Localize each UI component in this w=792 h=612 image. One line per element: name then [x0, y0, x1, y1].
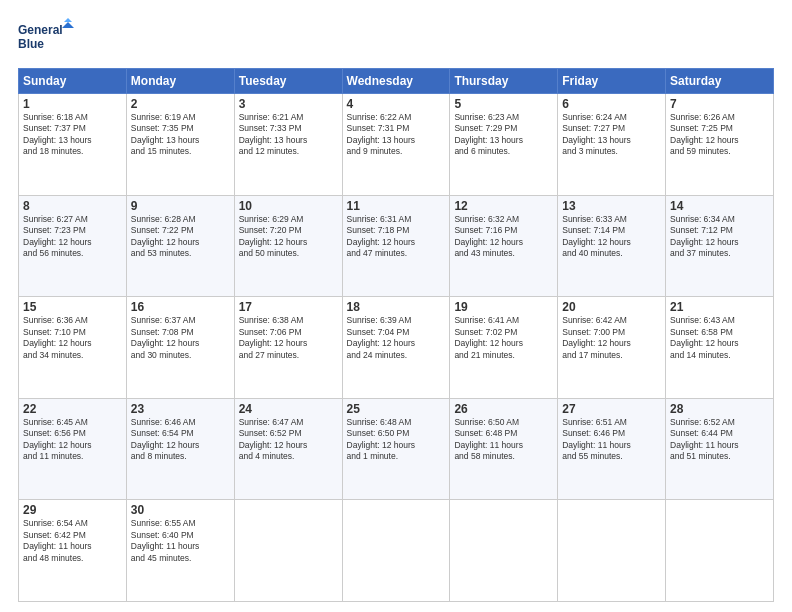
calendar-cell: 14Sunrise: 6:34 AMSunset: 7:12 PMDayligh…: [666, 195, 774, 297]
day-info: Sunrise: 6:52 AMSunset: 6:44 PMDaylight:…: [670, 417, 769, 463]
calendar-cell: 3Sunrise: 6:21 AMSunset: 7:33 PMDaylight…: [234, 94, 342, 196]
day-number: 6: [562, 97, 661, 111]
weekday-header-monday: Monday: [126, 69, 234, 94]
day-number: 12: [454, 199, 553, 213]
calendar-cell: 29Sunrise: 6:54 AMSunset: 6:42 PMDayligh…: [19, 500, 127, 602]
calendar-cell: 6Sunrise: 6:24 AMSunset: 7:27 PMDaylight…: [558, 94, 666, 196]
calendar-cell: 22Sunrise: 6:45 AMSunset: 6:56 PMDayligh…: [19, 398, 127, 500]
svg-marker-3: [62, 22, 74, 28]
calendar-cell: 23Sunrise: 6:46 AMSunset: 6:54 PMDayligh…: [126, 398, 234, 500]
day-number: 9: [131, 199, 230, 213]
weekday-header-wednesday: Wednesday: [342, 69, 450, 94]
day-number: 5: [454, 97, 553, 111]
day-number: 21: [670, 300, 769, 314]
day-info: Sunrise: 6:45 AMSunset: 6:56 PMDaylight:…: [23, 417, 122, 463]
calendar-cell: 17Sunrise: 6:38 AMSunset: 7:06 PMDayligh…: [234, 297, 342, 399]
day-info: Sunrise: 6:23 AMSunset: 7:29 PMDaylight:…: [454, 112, 553, 158]
calendar-cell: [666, 500, 774, 602]
weekday-header-friday: Friday: [558, 69, 666, 94]
day-info: Sunrise: 6:42 AMSunset: 7:00 PMDaylight:…: [562, 315, 661, 361]
day-info: Sunrise: 6:41 AMSunset: 7:02 PMDaylight:…: [454, 315, 553, 361]
day-number: 11: [347, 199, 446, 213]
svg-marker-2: [64, 18, 72, 22]
calendar-cell: 10Sunrise: 6:29 AMSunset: 7:20 PMDayligh…: [234, 195, 342, 297]
weekday-header-tuesday: Tuesday: [234, 69, 342, 94]
day-info: Sunrise: 6:43 AMSunset: 6:58 PMDaylight:…: [670, 315, 769, 361]
page: General Blue SundayMondayTuesdayWednesda…: [0, 0, 792, 612]
day-info: Sunrise: 6:27 AMSunset: 7:23 PMDaylight:…: [23, 214, 122, 260]
calendar-cell: 28Sunrise: 6:52 AMSunset: 6:44 PMDayligh…: [666, 398, 774, 500]
day-info: Sunrise: 6:39 AMSunset: 7:04 PMDaylight:…: [347, 315, 446, 361]
day-info: Sunrise: 6:46 AMSunset: 6:54 PMDaylight:…: [131, 417, 230, 463]
calendar-week-2: 8Sunrise: 6:27 AMSunset: 7:23 PMDaylight…: [19, 195, 774, 297]
day-number: 29: [23, 503, 122, 517]
day-number: 2: [131, 97, 230, 111]
calendar-week-1: 1Sunrise: 6:18 AMSunset: 7:37 PMDaylight…: [19, 94, 774, 196]
calendar-cell: 7Sunrise: 6:26 AMSunset: 7:25 PMDaylight…: [666, 94, 774, 196]
calendar-cell: 1Sunrise: 6:18 AMSunset: 7:37 PMDaylight…: [19, 94, 127, 196]
day-info: Sunrise: 6:22 AMSunset: 7:31 PMDaylight:…: [347, 112, 446, 158]
logo: General Blue: [18, 18, 78, 58]
calendar-cell: 20Sunrise: 6:42 AMSunset: 7:00 PMDayligh…: [558, 297, 666, 399]
weekday-header-thursday: Thursday: [450, 69, 558, 94]
svg-text:General: General: [18, 23, 63, 37]
day-number: 22: [23, 402, 122, 416]
day-info: Sunrise: 6:54 AMSunset: 6:42 PMDaylight:…: [23, 518, 122, 564]
calendar-cell: 13Sunrise: 6:33 AMSunset: 7:14 PMDayligh…: [558, 195, 666, 297]
day-info: Sunrise: 6:26 AMSunset: 7:25 PMDaylight:…: [670, 112, 769, 158]
day-info: Sunrise: 6:51 AMSunset: 6:46 PMDaylight:…: [562, 417, 661, 463]
day-number: 4: [347, 97, 446, 111]
calendar-cell: [234, 500, 342, 602]
day-info: Sunrise: 6:55 AMSunset: 6:40 PMDaylight:…: [131, 518, 230, 564]
day-number: 1: [23, 97, 122, 111]
day-number: 14: [670, 199, 769, 213]
day-number: 8: [23, 199, 122, 213]
day-number: 23: [131, 402, 230, 416]
calendar-cell: 11Sunrise: 6:31 AMSunset: 7:18 PMDayligh…: [342, 195, 450, 297]
day-info: Sunrise: 6:50 AMSunset: 6:48 PMDaylight:…: [454, 417, 553, 463]
calendar-week-4: 22Sunrise: 6:45 AMSunset: 6:56 PMDayligh…: [19, 398, 774, 500]
calendar-week-5: 29Sunrise: 6:54 AMSunset: 6:42 PMDayligh…: [19, 500, 774, 602]
day-info: Sunrise: 6:48 AMSunset: 6:50 PMDaylight:…: [347, 417, 446, 463]
calendar-cell: [558, 500, 666, 602]
day-info: Sunrise: 6:33 AMSunset: 7:14 PMDaylight:…: [562, 214, 661, 260]
calendar-cell: 15Sunrise: 6:36 AMSunset: 7:10 PMDayligh…: [19, 297, 127, 399]
calendar-cell: 30Sunrise: 6:55 AMSunset: 6:40 PMDayligh…: [126, 500, 234, 602]
day-number: 3: [239, 97, 338, 111]
day-number: 15: [23, 300, 122, 314]
calendar-cell: 27Sunrise: 6:51 AMSunset: 6:46 PMDayligh…: [558, 398, 666, 500]
day-number: 30: [131, 503, 230, 517]
day-number: 26: [454, 402, 553, 416]
day-info: Sunrise: 6:28 AMSunset: 7:22 PMDaylight:…: [131, 214, 230, 260]
calendar-cell: 24Sunrise: 6:47 AMSunset: 6:52 PMDayligh…: [234, 398, 342, 500]
day-number: 25: [347, 402, 446, 416]
day-info: Sunrise: 6:47 AMSunset: 6:52 PMDaylight:…: [239, 417, 338, 463]
calendar-cell: 2Sunrise: 6:19 AMSunset: 7:35 PMDaylight…: [126, 94, 234, 196]
calendar-cell: 18Sunrise: 6:39 AMSunset: 7:04 PMDayligh…: [342, 297, 450, 399]
day-number: 7: [670, 97, 769, 111]
day-number: 28: [670, 402, 769, 416]
day-number: 10: [239, 199, 338, 213]
day-number: 17: [239, 300, 338, 314]
calendar-cell: 19Sunrise: 6:41 AMSunset: 7:02 PMDayligh…: [450, 297, 558, 399]
day-info: Sunrise: 6:19 AMSunset: 7:35 PMDaylight:…: [131, 112, 230, 158]
day-info: Sunrise: 6:21 AMSunset: 7:33 PMDaylight:…: [239, 112, 338, 158]
weekday-header-sunday: Sunday: [19, 69, 127, 94]
day-number: 19: [454, 300, 553, 314]
day-info: Sunrise: 6:38 AMSunset: 7:06 PMDaylight:…: [239, 315, 338, 361]
calendar-table: SundayMondayTuesdayWednesdayThursdayFrid…: [18, 68, 774, 602]
day-info: Sunrise: 6:32 AMSunset: 7:16 PMDaylight:…: [454, 214, 553, 260]
header: General Blue: [18, 18, 774, 58]
day-number: 20: [562, 300, 661, 314]
day-number: 24: [239, 402, 338, 416]
calendar-cell: 21Sunrise: 6:43 AMSunset: 6:58 PMDayligh…: [666, 297, 774, 399]
calendar-week-3: 15Sunrise: 6:36 AMSunset: 7:10 PMDayligh…: [19, 297, 774, 399]
day-number: 18: [347, 300, 446, 314]
calendar-cell: [450, 500, 558, 602]
svg-text:Blue: Blue: [18, 37, 44, 51]
calendar-cell: 9Sunrise: 6:28 AMSunset: 7:22 PMDaylight…: [126, 195, 234, 297]
calendar-cell: [342, 500, 450, 602]
calendar-cell: 25Sunrise: 6:48 AMSunset: 6:50 PMDayligh…: [342, 398, 450, 500]
day-info: Sunrise: 6:24 AMSunset: 7:27 PMDaylight:…: [562, 112, 661, 158]
calendar-cell: 26Sunrise: 6:50 AMSunset: 6:48 PMDayligh…: [450, 398, 558, 500]
